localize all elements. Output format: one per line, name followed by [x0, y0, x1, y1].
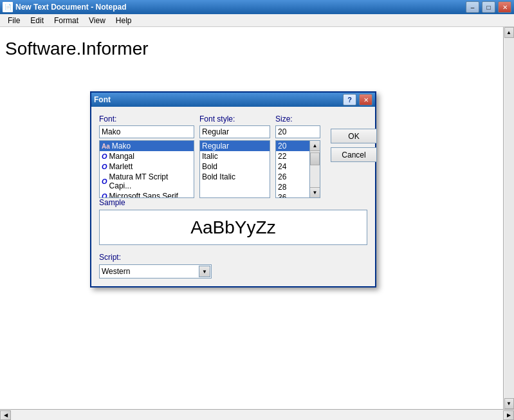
dialog-body: Font: Aa Mako O Mangal O Marl: [91, 107, 375, 286]
font-sym-icon: Aa: [102, 143, 110, 150]
font-item-name: Mako: [112, 142, 131, 151]
sample-section: Sample AaBbYyZz: [99, 198, 367, 245]
main-content: Software.Informer ▲ ▼ Font ? ✕ Font:: [0, 27, 514, 409]
font-o-icon: O: [102, 163, 107, 170]
size-list-item[interactable]: 22: [276, 151, 309, 161]
font-item-name: Microsoft Sans Serif: [109, 192, 178, 198]
size-list-item[interactable]: 20: [276, 141, 309, 151]
dialog-buttons: OK Cancel: [331, 114, 377, 198]
scroll-track[interactable]: [504, 38, 514, 398]
size-scroll-thumb[interactable]: [310, 152, 320, 165]
close-button[interactable]: ✕: [498, 1, 511, 13]
style-list-item[interactable]: Italic: [200, 151, 270, 161]
size-list-item[interactable]: 28: [276, 182, 309, 192]
font-item-name: Matura MT Script Capi...: [109, 172, 192, 190]
maximize-button[interactable]: □: [482, 1, 495, 13]
font-o-icon: O: [102, 178, 107, 185]
script-select[interactable]: Western Eastern European Cyrillic: [99, 264, 212, 278]
scroll-down-arrow[interactable]: ▼: [504, 398, 514, 409]
size-input[interactable]: [275, 125, 320, 138]
font-input[interactable]: [99, 125, 194, 138]
font-column: Font: Aa Mako O Mangal O Marl: [99, 114, 194, 198]
font-list-item[interactable]: O Matura MT Script Capi...: [100, 172, 194, 191]
menu-help[interactable]: Help: [111, 15, 137, 26]
cancel-button[interactable]: Cancel: [331, 147, 377, 162]
size-list-item[interactable]: 24: [276, 161, 309, 172]
menubar: File Edit Format View Help: [0, 14, 514, 27]
dialog-close-button[interactable]: ✕: [359, 94, 372, 105]
dialog-titlebar: Font ? ✕: [91, 93, 375, 107]
style-label: Font style:: [199, 114, 270, 123]
font-dialog: Font ? ✕ Font: Aa Mako O: [90, 91, 376, 288]
scroll-up-arrow[interactable]: ▲: [504, 27, 514, 38]
menu-file[interactable]: File: [3, 15, 25, 26]
size-scroll-down[interactable]: ▼: [310, 187, 320, 197]
style-list-item[interactable]: Bold: [200, 161, 270, 172]
app-icon: 📄: [3, 2, 13, 12]
style-column: Font style: Regular Italic Bold Bold Ita…: [199, 114, 270, 198]
scroll-right-arrow[interactable]: ▶: [503, 410, 514, 420]
size-scroll-up[interactable]: ▲: [310, 141, 320, 151]
font-list-item[interactable]: O Microsoft Sans Serif: [100, 191, 194, 198]
size-scrollbar[interactable]: ▲ ▼: [309, 140, 320, 198]
size-label: Size:: [275, 114, 320, 123]
size-list-item[interactable]: 36: [276, 192, 309, 198]
app-title: Software.Informer: [5, 39, 149, 59]
ok-button[interactable]: OK: [331, 129, 377, 143]
bottom-scrollbar[interactable]: ◀ ▶: [0, 409, 514, 420]
font-item-name: Mangal: [109, 152, 134, 161]
font-list-item[interactable]: O Mangal: [100, 151, 194, 161]
font-listbox[interactable]: Aa Mako O Mangal O Marlett O: [99, 140, 194, 198]
font-list-item[interactable]: Aa Mako: [100, 141, 194, 151]
font-o-icon: O: [102, 192, 107, 198]
font-o-icon: O: [102, 152, 107, 160]
style-list-item[interactable]: Bold Italic: [200, 172, 270, 182]
dialog-help-button[interactable]: ?: [343, 94, 356, 105]
script-select-wrapper: Western Eastern European Cyrillic ▼: [99, 264, 212, 278]
font-label: Font:: [99, 114, 194, 123]
menu-edit[interactable]: Edit: [25, 15, 49, 26]
style-input[interactable]: [199, 125, 270, 138]
window-title: New Text Document - Notepad: [15, 3, 463, 12]
menu-view[interactable]: View: [84, 15, 111, 26]
size-listbox-wrapper: 20 22 24 26 28 36 48 ▲: [275, 140, 320, 198]
script-section: Script: Western Eastern European Cyrilli…: [99, 253, 367, 278]
menu-format[interactable]: Format: [49, 15, 84, 26]
size-column: Size: 20 22 24 26 28 36 48: [275, 114, 320, 198]
scroll-left-arrow[interactable]: ◀: [0, 410, 11, 420]
style-listbox[interactable]: Regular Italic Bold Bold Italic: [199, 140, 270, 198]
sample-text: AaBbYyZz: [190, 217, 275, 238]
font-item-name: Marlett: [109, 162, 133, 171]
dialog-title: Font: [94, 95, 340, 104]
titlebar: 📄 New Text Document - Notepad – □ ✕: [0, 0, 514, 14]
font-list-item[interactable]: O Marlett: [100, 161, 194, 172]
main-scrollbar[interactable]: ▲ ▼: [503, 27, 514, 409]
size-list-item[interactable]: 26: [276, 172, 309, 182]
script-label: Script:: [99, 253, 367, 262]
sample-label: Sample: [99, 198, 367, 207]
size-listbox[interactable]: 20 22 24 26 28 36 48: [275, 140, 309, 198]
dialog-top-row: Font: Aa Mako O Mangal O Marl: [99, 114, 367, 198]
size-scroll-track[interactable]: [310, 151, 320, 187]
style-list-item[interactable]: Regular: [200, 141, 270, 151]
minimize-button[interactable]: –: [466, 1, 479, 13]
sample-box: AaBbYyZz: [99, 210, 367, 245]
